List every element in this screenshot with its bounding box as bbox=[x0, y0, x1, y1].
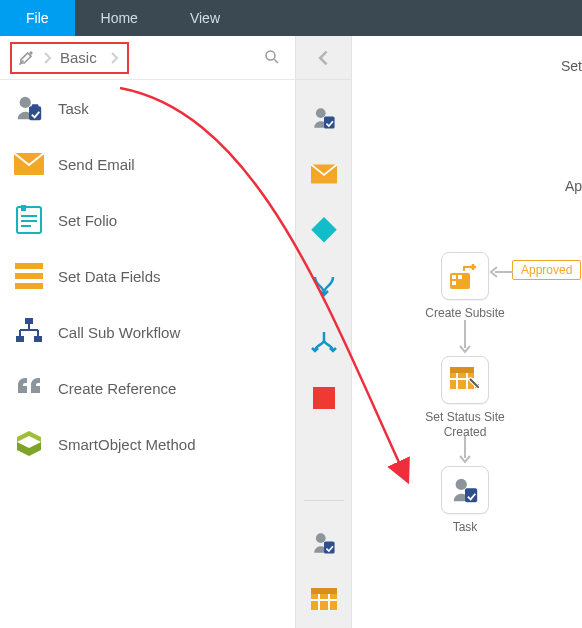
search-icon[interactable] bbox=[263, 48, 281, 69]
tool-create-reference[interactable]: Create Reference bbox=[0, 360, 295, 416]
cropped-label: Set bbox=[561, 58, 582, 74]
workflow-canvas[interactable]: Set Ap Approved Create Subsite Set Statu… bbox=[352, 36, 582, 628]
node-set-status[interactable]: Set Status Site Created bbox=[410, 356, 520, 440]
tool-label: Set Data Fields bbox=[58, 268, 161, 285]
tool-send-email[interactable]: Send Email bbox=[0, 136, 295, 192]
tool-set-data-fields[interactable]: Set Data Fields bbox=[0, 248, 295, 304]
tool-label: Call Sub Workflow bbox=[58, 324, 180, 341]
mini-task-icon-2[interactable] bbox=[310, 529, 338, 557]
node-label: Create Subsite bbox=[425, 306, 504, 321]
mini-stop-icon[interactable] bbox=[310, 384, 338, 412]
mail-icon bbox=[14, 149, 44, 179]
sub-workflow-icon bbox=[14, 317, 44, 347]
svg-point-1 bbox=[266, 51, 275, 60]
svg-rect-16 bbox=[313, 387, 335, 409]
svg-rect-12 bbox=[34, 336, 42, 342]
svg-rect-8 bbox=[15, 273, 43, 279]
svg-rect-3 bbox=[32, 104, 39, 108]
folio-icon bbox=[14, 205, 44, 235]
svg-rect-9 bbox=[15, 283, 43, 289]
tool-label: Create Reference bbox=[58, 380, 176, 397]
svg-rect-19 bbox=[311, 588, 337, 594]
tool-label: Send Email bbox=[58, 156, 135, 173]
tool-sidebar: Basic Task Send Email bbox=[0, 36, 296, 628]
breadcrumb: Basic bbox=[0, 36, 295, 80]
chevron-right-icon bbox=[40, 46, 54, 70]
svg-rect-15 bbox=[311, 217, 336, 242]
tool-set-folio[interactable]: Set Folio bbox=[0, 192, 295, 248]
mini-mail-icon[interactable] bbox=[310, 160, 338, 188]
task-icon bbox=[14, 93, 44, 123]
svg-rect-11 bbox=[16, 336, 24, 342]
tab-file[interactable]: File bbox=[0, 0, 75, 36]
reference-icon bbox=[14, 373, 44, 403]
svg-rect-23 bbox=[452, 281, 456, 285]
node-create-subsite[interactable]: Create Subsite bbox=[410, 252, 520, 321]
mini-split-icon[interactable] bbox=[310, 328, 338, 356]
top-tab-bar: File Home View bbox=[0, 0, 582, 36]
tool-task[interactable]: Task bbox=[0, 80, 295, 136]
mini-table-icon[interactable] bbox=[310, 585, 338, 613]
svg-rect-7 bbox=[15, 263, 43, 269]
collapse-sidebar-button[interactable] bbox=[296, 36, 351, 80]
mini-toolbox-strip bbox=[296, 36, 352, 628]
tab-view[interactable]: View bbox=[164, 0, 246, 36]
svg-rect-6 bbox=[21, 205, 26, 211]
tools-root-icon[interactable] bbox=[14, 46, 38, 70]
smartobject-icon bbox=[14, 429, 44, 459]
svg-rect-10 bbox=[25, 318, 33, 324]
tool-label: SmartObject Method bbox=[58, 436, 196, 453]
chevron-right-icon bbox=[107, 46, 121, 70]
tool-label: Task bbox=[58, 100, 89, 117]
tab-home[interactable]: Home bbox=[75, 0, 164, 36]
breadcrumb-category[interactable]: Basic bbox=[56, 49, 105, 66]
tool-smartobject-method[interactable]: SmartObject Method bbox=[0, 416, 295, 472]
tool-list: Task Send Email Set Folio Set Data Field… bbox=[0, 80, 295, 628]
node-task[interactable]: Task bbox=[410, 466, 520, 535]
svg-rect-26 bbox=[450, 367, 474, 373]
mini-decision-icon[interactable] bbox=[310, 216, 338, 244]
status-badge-approved: Approved bbox=[512, 260, 581, 280]
mini-task-icon[interactable] bbox=[310, 104, 338, 132]
mini-merge-icon[interactable] bbox=[310, 272, 338, 300]
svg-rect-22 bbox=[458, 275, 462, 279]
tool-label: Set Folio bbox=[58, 212, 117, 229]
tool-call-sub-workflow[interactable]: Call Sub Workflow bbox=[0, 304, 295, 360]
breadcrumb-highlight: Basic bbox=[10, 42, 129, 74]
node-label: Task bbox=[453, 520, 478, 535]
data-fields-icon bbox=[14, 261, 44, 291]
mini-separator bbox=[304, 500, 344, 501]
svg-rect-21 bbox=[452, 275, 456, 279]
svg-point-0 bbox=[30, 52, 32, 54]
cropped-label: Ap bbox=[565, 178, 582, 194]
